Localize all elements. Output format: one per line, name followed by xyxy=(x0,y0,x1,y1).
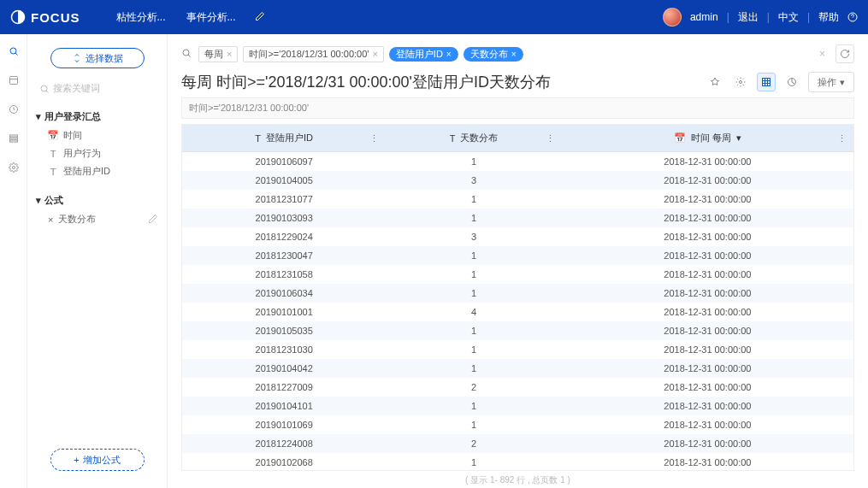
table-row[interactable]: 2018123105812018-12-31 00:00:00 xyxy=(182,265,853,284)
table-cell: 20190104005 xyxy=(182,171,386,190)
text-icon: T xyxy=(255,133,261,144)
svg-point-9 xyxy=(183,50,189,56)
table-row[interactable]: 2019010106912018-12-31 00:00:00 xyxy=(182,415,853,434)
help-icon[interactable] xyxy=(847,12,858,22)
rail-history-icon[interactable] xyxy=(7,103,21,116)
app-header: FOCUS 粘性分析... 事件分析... admin | 退出 | 中文 | … xyxy=(0,0,868,34)
calendar-icon: 📅 xyxy=(674,132,686,144)
sidebar-item-behavior[interactable]: T 用户行为 xyxy=(34,144,160,162)
close-icon[interactable]: × xyxy=(511,50,517,59)
column-header[interactable]: 📅时间 每周 ▾⋮ xyxy=(562,125,853,152)
table-cell: 1 xyxy=(386,340,561,359)
text-icon: T xyxy=(48,167,58,177)
table-row[interactable]: 2019010503512018-12-31 00:00:00 xyxy=(182,321,853,340)
table-cell: 1 xyxy=(386,246,561,265)
column-header[interactable]: T天数分布⋮ xyxy=(386,125,561,152)
column-header[interactable]: T登陆用户ID⋮ xyxy=(182,125,386,152)
table-cell: 1 xyxy=(386,152,561,172)
query-token[interactable]: 每周× xyxy=(198,46,238,62)
operations-button[interactable]: 操作▾ xyxy=(808,72,854,92)
avatar[interactable] xyxy=(663,8,682,26)
sidebar-item-userid[interactable]: T 登陆用户ID xyxy=(34,162,160,180)
nav-stickiness[interactable]: 粘性分析... xyxy=(106,10,176,25)
rail-dashboard-icon[interactable] xyxy=(7,73,21,87)
table-cell: 2018-12-31 00:00:00 xyxy=(562,378,853,397)
table-row[interactable]: 2018123107712018-12-31 00:00:00 xyxy=(182,190,853,209)
title-row: 每周 时间>='2018/12/31 00:00:00'登陆用户ID天数分布 操… xyxy=(181,72,854,92)
rail-data-icon[interactable] xyxy=(7,132,21,145)
table-row[interactable]: 2019010206812018-12-31 00:00:00 xyxy=(182,453,853,471)
edit-icon[interactable] xyxy=(148,214,158,226)
table-cell: 20190104042 xyxy=(182,359,386,378)
settings-button[interactable] xyxy=(731,73,750,91)
query-token[interactable]: 时间>='2018/12/31 00:00:00'× xyxy=(243,46,383,62)
table-cell: 2018-12-31 00:00:00 xyxy=(562,152,853,172)
table-row[interactable]: 2019010400532018-12-31 00:00:00 xyxy=(182,171,853,190)
query-chip[interactable]: 天数分布× xyxy=(464,47,523,62)
table-row[interactable]: 2019010404212018-12-31 00:00:00 xyxy=(182,359,853,378)
table-row[interactable]: 2019010100142018-12-31 00:00:00 xyxy=(182,303,853,321)
clear-icon[interactable]: × xyxy=(814,48,830,60)
search-icon[interactable] xyxy=(181,48,193,60)
table-cell: 20181229024 xyxy=(182,227,386,246)
svg-rect-11 xyxy=(763,79,771,86)
sidebar-search[interactable]: 搜索关键词 xyxy=(34,79,160,98)
refresh-button[interactable] xyxy=(836,44,854,63)
table-row[interactable]: 2018122902432018-12-31 00:00:00 xyxy=(182,227,853,246)
table-row[interactable]: 2019010603412018-12-31 00:00:00 xyxy=(182,284,853,303)
svg-point-8 xyxy=(41,85,47,91)
plus-icon: + xyxy=(74,455,79,465)
more-icon[interactable]: ⋮ xyxy=(369,132,379,144)
sort-icon: ▾ xyxy=(736,132,741,144)
table-row[interactable]: 2018122700922018-12-31 00:00:00 xyxy=(182,378,853,397)
sidebar-search-placeholder: 搜索关键词 xyxy=(53,82,100,95)
edit-icon[interactable] xyxy=(255,11,265,24)
pin-button[interactable] xyxy=(706,73,724,91)
more-icon[interactable]: ⋮ xyxy=(546,132,555,144)
sidebar-group-title[interactable]: ▾ 公式 xyxy=(34,191,160,210)
nav-event[interactable]: 事件分析... xyxy=(176,10,246,25)
table-row[interactable]: 2019010410112018-12-31 00:00:00 xyxy=(182,397,853,415)
query-chip[interactable]: 登陆用户ID× xyxy=(389,47,458,62)
table-cell: 20190103093 xyxy=(182,209,386,227)
rail-settings-icon[interactable] xyxy=(7,161,21,174)
svg-rect-5 xyxy=(9,138,17,139)
sidebar: 选择数据 搜索关键词 ▾ 用户登录汇总 📅 时间 T 用户行为 T 登陆用户ID xyxy=(27,34,168,488)
sidebar-item-time[interactable]: 📅 时间 xyxy=(34,126,160,144)
table-cell: 3 xyxy=(386,171,561,190)
lang-link[interactable]: 中文 xyxy=(778,10,799,25)
table-cell: 20181231058 xyxy=(182,265,386,284)
table-row[interactable]: 2019010309312018-12-31 00:00:00 xyxy=(182,209,853,227)
svg-point-7 xyxy=(12,167,15,169)
table-cell: 2018-12-31 00:00:00 xyxy=(562,340,853,359)
table-cell: 20190101001 xyxy=(182,303,386,321)
text-icon: T xyxy=(450,133,456,144)
close-icon[interactable]: × xyxy=(446,50,452,59)
username[interactable]: admin xyxy=(690,11,718,23)
table-cell: 3 xyxy=(386,227,561,246)
data-table[interactable]: T登陆用户ID⋮T天数分布⋮📅时间 每周 ▾⋮ 2019010609712018… xyxy=(181,124,854,471)
content: 每周× 时间>='2018/12/31 00:00:00'× 登陆用户ID× 天… xyxy=(168,34,868,488)
table-row[interactable]: 2019010609712018-12-31 00:00:00 xyxy=(182,152,853,172)
svg-point-10 xyxy=(740,81,742,84)
table-row[interactable]: 2018122400822018-12-31 00:00:00 xyxy=(182,434,853,453)
sidebar-group-title[interactable]: ▾ 用户登录汇总 xyxy=(34,107,160,126)
table-cell: 1 xyxy=(386,359,561,378)
sidebar-item-daycount[interactable]: × 天数分布 xyxy=(34,210,160,228)
help-link[interactable]: 帮助 xyxy=(818,10,839,25)
table-view-button[interactable] xyxy=(757,73,776,91)
close-icon[interactable]: × xyxy=(372,49,377,59)
close-icon[interactable]: × xyxy=(227,49,232,59)
table-cell: 1 xyxy=(386,265,561,284)
more-icon[interactable]: ⋮ xyxy=(837,132,847,144)
table-row[interactable]: 2018123103012018-12-31 00:00:00 xyxy=(182,340,853,359)
table-row[interactable]: 2018123004712018-12-31 00:00:00 xyxy=(182,246,853,265)
sidebar-group-formula: ▾ 公式 × 天数分布 xyxy=(34,191,160,228)
select-data-button[interactable]: 选择数据 xyxy=(50,48,145,68)
chevron-down-icon: ▾ xyxy=(840,77,845,88)
add-formula-button[interactable]: + 增加公式 xyxy=(50,449,145,471)
rail-search-icon[interactable] xyxy=(7,44,21,58)
table-cell: 2018-12-31 00:00:00 xyxy=(562,227,853,246)
chart-view-button[interactable] xyxy=(782,73,801,91)
logout-link[interactable]: 退出 xyxy=(738,10,759,25)
